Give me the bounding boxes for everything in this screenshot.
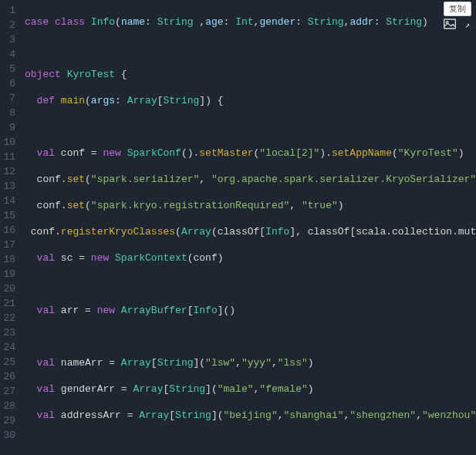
code-line (25, 277, 476, 292)
expand-arrow-icon[interactable]: ↗ (464, 20, 470, 30)
code-line: def main(args: Array[String]) { (25, 93, 476, 108)
line-number: 22 (3, 311, 15, 325)
code-area[interactable]: case class Info(name: String ,age: Int,g… (22, 0, 476, 455)
line-number: 30 (3, 428, 15, 443)
line-number: 25 (3, 355, 15, 369)
code-line (25, 434, 476, 449)
line-gutter: 1 2 3 4 5 6 7 8 9 10 11 12 13 14 15 16 1… (0, 0, 22, 455)
code-line: val conf = new SparkConf().setMaster("lo… (25, 146, 476, 160)
line-number: 16 (3, 223, 15, 238)
line-number: 7 (3, 91, 15, 106)
line-number: 11 (3, 150, 15, 164)
code-line: val addressArr = Array[String]("beijing"… (25, 408, 476, 423)
code-line (25, 120, 476, 134)
line-number: 27 (3, 384, 15, 399)
code-line: conf.set("spark.kryo.registrationRequire… (25, 198, 476, 213)
line-number: 19 (3, 267, 15, 281)
line-number: 8 (3, 106, 15, 120)
line-number: 10 (3, 135, 15, 150)
line-number: 13 (3, 179, 15, 194)
line-number: 28 (3, 399, 15, 413)
line-number: 24 (3, 340, 15, 355)
line-number: 18 (3, 252, 15, 267)
code-line: val nameArr = Array[String]("lsw","yyy",… (25, 356, 476, 370)
line-number: 26 (3, 369, 15, 384)
code-line (25, 41, 476, 56)
code-line: case class Info(name: String ,age: Int,g… (25, 15, 476, 29)
code-line (25, 329, 476, 344)
code-line: val genderArr = Array[String]("male","fe… (25, 382, 476, 396)
line-number: 20 (3, 281, 15, 296)
line-number: 29 (3, 413, 15, 428)
line-number: 17 (3, 238, 15, 252)
code-line: conf.registerKryoClasses(Array(classOf[I… (25, 224, 476, 239)
line-number: 3 (3, 32, 15, 47)
code-line: conf.set("spark.serializer", "org.apache… (25, 172, 476, 187)
copy-button[interactable]: 复制 (444, 2, 471, 16)
svg-rect-0 (444, 19, 456, 29)
code-editor: 1 2 3 4 5 6 7 8 9 10 11 12 13 14 15 16 1… (0, 0, 476, 455)
line-number: 12 (3, 164, 15, 179)
line-number: 14 (3, 194, 15, 208)
code-line: val arr = new ArrayBuffer[Info]() (25, 303, 476, 318)
line-number: 15 (3, 208, 15, 223)
code-line: object KyroTest { (25, 67, 476, 82)
line-number: 4 (3, 47, 15, 62)
image-icon[interactable] (444, 19, 456, 29)
line-number: 1 (3, 3, 15, 18)
line-number: 2 (3, 18, 15, 32)
line-number: 6 (3, 76, 15, 91)
line-number: 9 (3, 120, 15, 135)
line-number: 23 (3, 325, 15, 340)
code-line: val sc = new SparkContext(conf) (25, 251, 476, 265)
line-number: 5 (3, 62, 15, 76)
line-number: 21 (3, 296, 15, 311)
